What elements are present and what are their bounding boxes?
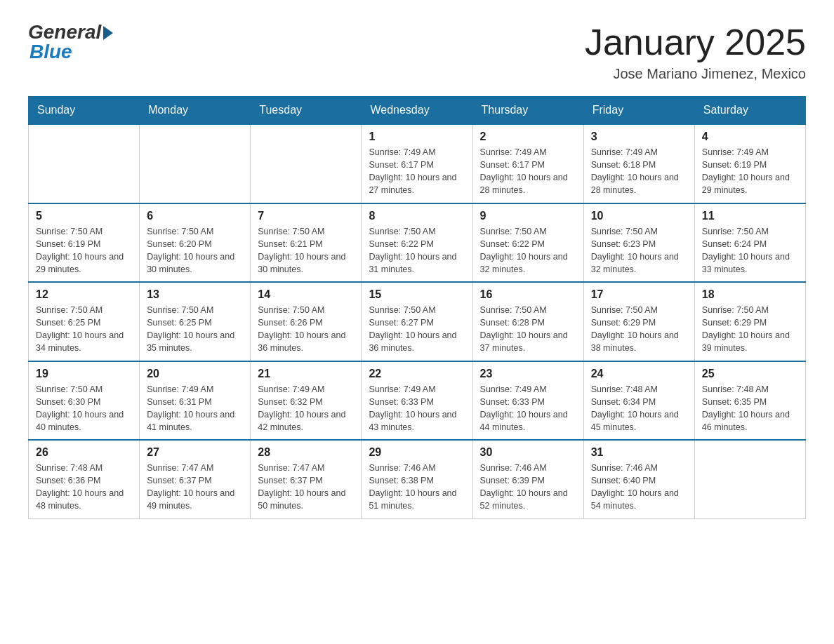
day-number: 8: [369, 210, 465, 222]
day-number: 16: [480, 288, 576, 301]
calendar-cell: 20Sunrise: 7:49 AM Sunset: 6:31 PM Dayli…: [140, 361, 251, 441]
calendar-cell: 27Sunrise: 7:47 AM Sunset: 6:37 PM Dayli…: [140, 440, 251, 518]
calendar-cell: 2Sunrise: 7:49 AM Sunset: 6:17 PM Daylig…: [472, 124, 583, 203]
calendar-table: SundayMondayTuesdayWednesdayThursdayFrid…: [28, 96, 806, 519]
day-info: Sunrise: 7:46 AM Sunset: 6:39 PM Dayligh…: [480, 462, 576, 513]
day-number: 5: [36, 210, 132, 222]
day-info: Sunrise: 7:50 AM Sunset: 6:21 PM Dayligh…: [258, 225, 354, 276]
day-number: 27: [147, 446, 243, 459]
day-number: 30: [480, 446, 576, 459]
day-info: Sunrise: 7:47 AM Sunset: 6:37 PM Dayligh…: [258, 462, 354, 513]
calendar-cell: 12Sunrise: 7:50 AM Sunset: 6:25 PM Dayli…: [29, 282, 140, 361]
calendar-cell: 7Sunrise: 7:50 AM Sunset: 6:21 PM Daylig…: [251, 203, 362, 283]
day-info: Sunrise: 7:50 AM Sunset: 6:26 PM Dayligh…: [258, 304, 354, 355]
calendar-cell: 23Sunrise: 7:49 AM Sunset: 6:33 PM Dayli…: [472, 361, 583, 441]
day-info: Sunrise: 7:46 AM Sunset: 6:40 PM Dayligh…: [591, 462, 687, 513]
day-number: 7: [258, 210, 354, 222]
day-info: Sunrise: 7:50 AM Sunset: 6:19 PM Dayligh…: [36, 225, 132, 276]
day-number: 2: [480, 130, 576, 143]
day-number: 18: [702, 288, 798, 301]
calendar-cell: [251, 124, 362, 203]
calendar-cell: 26Sunrise: 7:48 AM Sunset: 6:36 PM Dayli…: [29, 440, 140, 518]
day-number: 29: [369, 446, 465, 459]
calendar-cell: 31Sunrise: 7:46 AM Sunset: 6:40 PM Dayli…: [583, 440, 694, 518]
day-info: Sunrise: 7:50 AM Sunset: 6:23 PM Dayligh…: [591, 225, 687, 276]
day-number: 24: [591, 368, 687, 380]
day-info: Sunrise: 7:49 AM Sunset: 6:19 PM Dayligh…: [702, 146, 798, 197]
day-info: Sunrise: 7:49 AM Sunset: 6:33 PM Dayligh…: [480, 383, 576, 434]
day-number: 11: [702, 210, 798, 222]
day-info: Sunrise: 7:49 AM Sunset: 6:17 PM Dayligh…: [369, 146, 465, 197]
calendar-cell: 15Sunrise: 7:50 AM Sunset: 6:27 PM Dayli…: [362, 282, 472, 361]
day-number: 4: [702, 130, 798, 143]
calendar-week-2: 5Sunrise: 7:50 AM Sunset: 6:19 PM Daylig…: [29, 203, 806, 283]
calendar-cell: 4Sunrise: 7:49 AM Sunset: 6:19 PM Daylig…: [694, 124, 805, 203]
day-number: 21: [258, 368, 354, 380]
calendar-body: 1Sunrise: 7:49 AM Sunset: 6:17 PM Daylig…: [29, 124, 806, 518]
day-info: Sunrise: 7:50 AM Sunset: 6:28 PM Dayligh…: [480, 304, 576, 355]
calendar-cell: 11Sunrise: 7:50 AM Sunset: 6:24 PM Dayli…: [694, 203, 805, 283]
day-info: Sunrise: 7:49 AM Sunset: 6:32 PM Dayligh…: [258, 383, 354, 434]
calendar-cell: 24Sunrise: 7:48 AM Sunset: 6:34 PM Dayli…: [583, 361, 694, 441]
weekday-header-saturday: Saturday: [694, 97, 805, 125]
page-header: General Blue January 2025 Jose Mariano J…: [28, 21, 806, 82]
day-info: Sunrise: 7:49 AM Sunset: 6:17 PM Dayligh…: [480, 146, 576, 197]
calendar-cell: 13Sunrise: 7:50 AM Sunset: 6:25 PM Dayli…: [140, 282, 251, 361]
calendar-cell: [694, 440, 805, 518]
day-number: 13: [147, 288, 243, 301]
day-info: Sunrise: 7:50 AM Sunset: 6:22 PM Dayligh…: [369, 225, 465, 276]
day-info: Sunrise: 7:50 AM Sunset: 6:30 PM Dayligh…: [36, 383, 132, 434]
day-number: 26: [36, 446, 132, 459]
day-info: Sunrise: 7:50 AM Sunset: 6:25 PM Dayligh…: [36, 304, 132, 355]
logo-arrow-icon: [103, 26, 113, 40]
day-info: Sunrise: 7:50 AM Sunset: 6:29 PM Dayligh…: [591, 304, 687, 355]
day-info: Sunrise: 7:50 AM Sunset: 6:29 PM Dayligh…: [702, 304, 798, 355]
day-info: Sunrise: 7:48 AM Sunset: 6:35 PM Dayligh…: [702, 383, 798, 434]
day-info: Sunrise: 7:50 AM Sunset: 6:24 PM Dayligh…: [702, 225, 798, 276]
calendar-cell: 21Sunrise: 7:49 AM Sunset: 6:32 PM Dayli…: [251, 361, 362, 441]
day-number: 14: [258, 288, 354, 301]
day-number: 1: [369, 130, 465, 143]
calendar-cell: [140, 124, 251, 203]
calendar-cell: 9Sunrise: 7:50 AM Sunset: 6:22 PM Daylig…: [472, 203, 583, 283]
calendar-cell: 3Sunrise: 7:49 AM Sunset: 6:18 PM Daylig…: [583, 124, 694, 203]
day-info: Sunrise: 7:50 AM Sunset: 6:20 PM Dayligh…: [147, 225, 243, 276]
calendar-cell: 19Sunrise: 7:50 AM Sunset: 6:30 PM Dayli…: [29, 361, 140, 441]
calendar-week-3: 12Sunrise: 7:50 AM Sunset: 6:25 PM Dayli…: [29, 282, 806, 361]
weekday-header-thursday: Thursday: [472, 97, 583, 125]
calendar-week-4: 19Sunrise: 7:50 AM Sunset: 6:30 PM Dayli…: [29, 361, 806, 441]
calendar-cell: 16Sunrise: 7:50 AM Sunset: 6:28 PM Dayli…: [472, 282, 583, 361]
calendar-cell: [29, 124, 140, 203]
location-text: Jose Mariano Jimenez, Mexico: [585, 66, 806, 82]
calendar-cell: 10Sunrise: 7:50 AM Sunset: 6:23 PM Dayli…: [583, 203, 694, 283]
day-info: Sunrise: 7:49 AM Sunset: 6:31 PM Dayligh…: [147, 383, 243, 434]
calendar-cell: 6Sunrise: 7:50 AM Sunset: 6:20 PM Daylig…: [140, 203, 251, 283]
calendar-cell: 22Sunrise: 7:49 AM Sunset: 6:33 PM Dayli…: [362, 361, 472, 441]
day-info: Sunrise: 7:48 AM Sunset: 6:36 PM Dayligh…: [36, 462, 132, 513]
calendar-cell: 14Sunrise: 7:50 AM Sunset: 6:26 PM Dayli…: [251, 282, 362, 361]
day-number: 19: [36, 368, 132, 380]
calendar-cell: 5Sunrise: 7:50 AM Sunset: 6:19 PM Daylig…: [29, 203, 140, 283]
day-number: 28: [258, 446, 354, 459]
calendar-cell: 1Sunrise: 7:49 AM Sunset: 6:17 PM Daylig…: [362, 124, 472, 203]
day-info: Sunrise: 7:49 AM Sunset: 6:18 PM Dayligh…: [591, 146, 687, 197]
title-area: January 2025 Jose Mariano Jimenez, Mexic…: [585, 21, 806, 82]
calendar-cell: 8Sunrise: 7:50 AM Sunset: 6:22 PM Daylig…: [362, 203, 472, 283]
calendar-cell: 29Sunrise: 7:46 AM Sunset: 6:38 PM Dayli…: [362, 440, 472, 518]
day-number: 20: [147, 368, 243, 380]
weekday-header-friday: Friday: [583, 97, 694, 125]
logo-blue-text: Blue: [28, 41, 113, 63]
day-number: 10: [591, 210, 687, 222]
weekday-header-wednesday: Wednesday: [362, 97, 472, 125]
day-number: 22: [369, 368, 465, 380]
day-number: 31: [591, 446, 687, 459]
day-number: 17: [591, 288, 687, 301]
calendar-cell: 25Sunrise: 7:48 AM Sunset: 6:35 PM Dayli…: [694, 361, 805, 441]
calendar-header-row: SundayMondayTuesdayWednesdayThursdayFrid…: [29, 97, 806, 125]
weekday-header-tuesday: Tuesday: [251, 97, 362, 125]
day-number: 6: [147, 210, 243, 222]
day-number: 12: [36, 288, 132, 301]
calendar-header: SundayMondayTuesdayWednesdayThursdayFrid…: [29, 97, 806, 125]
weekday-header-monday: Monday: [140, 97, 251, 125]
calendar-week-1: 1Sunrise: 7:49 AM Sunset: 6:17 PM Daylig…: [29, 124, 806, 203]
